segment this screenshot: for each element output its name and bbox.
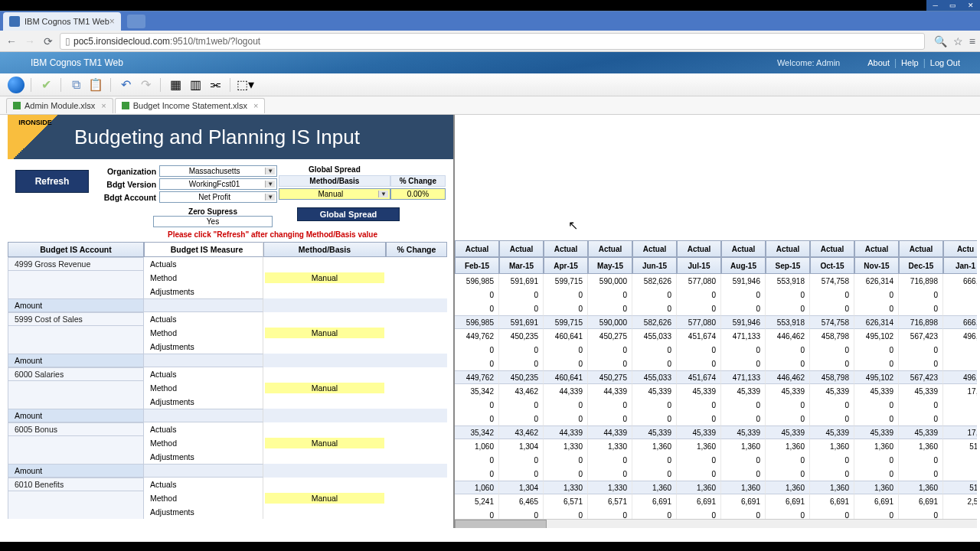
tab-close-icon[interactable]: × xyxy=(101,101,106,110)
data-cell[interactable]: 45,339 xyxy=(766,425,810,439)
data-cell[interactable]: 0 xyxy=(677,343,721,357)
data-cell[interactable]: 17,2 xyxy=(943,384,977,398)
data-cell[interactable]: 0 xyxy=(455,288,499,302)
data-cell[interactable]: 0 xyxy=(721,288,766,302)
data-cell[interactable]: 6,691 xyxy=(854,494,899,508)
data-cell[interactable]: 0 xyxy=(854,453,899,467)
new-tab-button[interactable] xyxy=(127,15,145,28)
data-cell[interactable]: 666,0 xyxy=(943,315,977,329)
global-spread-button[interactable]: Global Spread xyxy=(297,207,400,221)
data-cell[interactable]: 626,314 xyxy=(854,315,899,329)
forward-button[interactable]: → xyxy=(23,34,37,48)
data-cell[interactable]: 0 xyxy=(455,357,499,370)
data-cell[interactable]: 0 xyxy=(632,357,677,370)
data-cell[interactable]: 553,918 xyxy=(766,274,810,288)
data-cell[interactable]: 0 xyxy=(810,343,854,357)
data-cell[interactable]: 446,462 xyxy=(766,329,810,343)
data-cell[interactable]: 0 xyxy=(588,398,632,412)
maximize-button[interactable]: ▭ xyxy=(944,0,962,11)
data-cell[interactable]: 455,033 xyxy=(632,329,677,343)
data-cell[interactable]: 0 xyxy=(943,398,977,412)
data-cell[interactable]: 1,360 xyxy=(854,481,899,494)
data-cell[interactable]: 574,758 xyxy=(810,315,854,329)
data-cell[interactable]: 0 xyxy=(943,453,977,467)
data-cell[interactable]: 45,339 xyxy=(632,384,677,398)
data-cell[interactable]: 0 xyxy=(810,357,854,370)
version-select[interactable]: WorkingFcst01 xyxy=(159,178,277,190)
data-cell[interactable]: 0 xyxy=(766,453,810,467)
scrollbar-thumb[interactable] xyxy=(455,520,547,528)
data-cell[interactable]: 590,000 xyxy=(588,315,632,329)
data-cell[interactable]: 591,691 xyxy=(499,274,544,288)
data-cell[interactable]: 458,798 xyxy=(810,370,854,384)
data-cell[interactable]: 44,339 xyxy=(588,384,632,398)
data-cell[interactable]: 553,918 xyxy=(766,315,810,329)
data-cell[interactable]: 45,339 xyxy=(766,384,810,398)
data-cell[interactable]: 0 xyxy=(766,467,810,481)
data-cell[interactable]: 450,235 xyxy=(499,329,544,343)
data-cell[interactable]: 0 xyxy=(588,302,632,315)
data-cell[interactable]: 1,360 xyxy=(721,439,766,453)
data-cell[interactable]: 0 xyxy=(721,398,766,412)
data-cell[interactable]: 6,571 xyxy=(544,494,588,508)
data-cell[interactable]: 45,339 xyxy=(810,384,854,398)
data-cell[interactable]: 1,330 xyxy=(544,439,588,453)
method-cell[interactable]: Manual xyxy=(263,436,386,450)
data-cell[interactable]: 591,691 xyxy=(499,315,544,329)
method-cell[interactable]: Manual xyxy=(263,491,386,505)
data-cell[interactable]: 1,360 xyxy=(899,439,943,453)
data-cell[interactable]: 0 xyxy=(544,453,588,467)
zero-suppress-value[interactable]: Yes xyxy=(153,216,273,227)
data-cell[interactable]: 0 xyxy=(810,453,854,467)
data-cell[interactable]: 0 xyxy=(899,467,943,481)
data-cell[interactable]: 1,360 xyxy=(677,439,721,453)
data-cell[interactable]: 0 xyxy=(721,302,766,315)
data-cell[interactable]: 5,241 xyxy=(455,494,499,508)
data-cell[interactable]: 0 xyxy=(899,302,943,315)
data-cell[interactable]: 1,304 xyxy=(499,439,544,453)
data-cell[interactable]: 1,360 xyxy=(632,439,677,453)
data-cell[interactable]: 0 xyxy=(677,302,721,315)
data-cell[interactable]: 666,0 xyxy=(943,274,977,288)
data-cell[interactable]: 0 xyxy=(854,302,899,315)
data-cell[interactable]: 0 xyxy=(499,467,544,481)
data-cell[interactable]: 0 xyxy=(677,398,721,412)
browser-tab[interactable]: IBM Cognos TM1 Web × xyxy=(3,12,121,31)
data-cell[interactable]: 599,715 xyxy=(544,274,588,288)
data-cell[interactable]: 45,339 xyxy=(854,425,899,439)
data-cell[interactable]: 0 xyxy=(943,302,977,315)
data-cell[interactable]: 451,674 xyxy=(677,329,721,343)
data-cell[interactable]: 0 xyxy=(544,302,588,315)
data-cell[interactable]: 6,691 xyxy=(677,494,721,508)
data-cell[interactable]: 1,360 xyxy=(810,439,854,453)
help-link[interactable]: Help xyxy=(901,58,919,67)
org-select[interactable]: Massachusetts xyxy=(159,165,277,177)
data-cell[interactable]: 0 xyxy=(943,343,977,357)
data-cell[interactable]: 17,2 xyxy=(943,425,977,439)
data-cell[interactable]: 1,330 xyxy=(588,439,632,453)
data-cell[interactable]: 471,133 xyxy=(721,370,766,384)
data-cell[interactable]: 0 xyxy=(943,357,977,370)
data-cell[interactable]: 35,342 xyxy=(455,384,499,398)
reload-button[interactable]: ⟳ xyxy=(41,34,55,48)
data-cell[interactable]: 458,798 xyxy=(810,329,854,343)
data-cell[interactable]: 1,360 xyxy=(632,481,677,494)
data-cell[interactable]: 0 xyxy=(854,467,899,481)
data-cell[interactable]: 0 xyxy=(632,467,677,481)
data-cell[interactable]: 0 xyxy=(677,412,721,425)
data-cell[interactable]: 35,342 xyxy=(455,425,499,439)
data-cell[interactable]: 0 xyxy=(810,412,854,425)
data-cell[interactable]: 0 xyxy=(455,412,499,425)
data-cell[interactable]: 0 xyxy=(632,288,677,302)
data-cell[interactable]: 0 xyxy=(544,467,588,481)
data-cell[interactable]: 0 xyxy=(677,288,721,302)
data-cell[interactable]: 0 xyxy=(899,343,943,357)
data-cell[interactable]: 450,275 xyxy=(588,329,632,343)
data-cell[interactable]: 446,462 xyxy=(766,370,810,384)
data-cell[interactable]: 0 xyxy=(677,453,721,467)
data-cell[interactable]: 0 xyxy=(943,467,977,481)
workbook-tab-budget[interactable]: Budget Income Statement.xlsx × xyxy=(115,98,266,113)
about-link[interactable]: About xyxy=(867,58,890,67)
data-cell[interactable]: 0 xyxy=(854,288,899,302)
data-cell[interactable]: 6,691 xyxy=(899,494,943,508)
